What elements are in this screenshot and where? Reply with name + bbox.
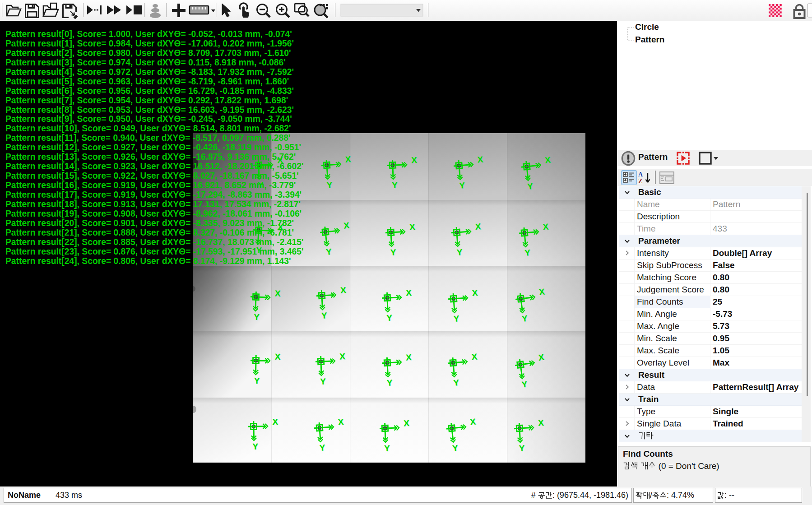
- svg-text:X: X: [475, 222, 481, 232]
- svg-text:X: X: [538, 418, 544, 428]
- svg-text:A: A: [638, 171, 643, 178]
- svg-text:X: X: [543, 222, 549, 232]
- svg-text:Y: Y: [319, 443, 325, 453]
- svg-text:Y: Y: [321, 310, 327, 320]
- svg-text:Y: Y: [254, 312, 260, 322]
- svg-text:X: X: [471, 352, 478, 361]
- svg-text:X: X: [411, 155, 418, 165]
- svg-text:Y: Y: [459, 181, 466, 190]
- svg-text:Y: Y: [325, 247, 332, 257]
- svg-text:X: X: [345, 154, 351, 164]
- svg-text:Y: Y: [392, 181, 398, 190]
- svg-text:Y: Y: [524, 248, 531, 258]
- svg-text:Y: Y: [326, 180, 333, 190]
- svg-text:Y: Y: [527, 181, 534, 191]
- svg-text:Y: Y: [320, 377, 326, 386]
- svg-text:X: X: [275, 352, 281, 361]
- svg-text:Y: Y: [386, 378, 393, 388]
- svg-text:X: X: [406, 352, 412, 362]
- svg-text:Y: Y: [252, 442, 258, 451]
- svg-text:Y: Y: [452, 443, 459, 453]
- svg-text:X: X: [406, 288, 412, 297]
- svg-text:X: X: [409, 222, 416, 232]
- svg-text:Y: Y: [519, 443, 525, 453]
- svg-text:X: X: [338, 417, 344, 427]
- svg-text:X: X: [477, 154, 484, 164]
- svg-text:X: X: [339, 352, 346, 361]
- svg-text:Y: Y: [254, 376, 260, 385]
- svg-text:X: X: [472, 288, 478, 298]
- svg-text:Y: Y: [456, 247, 463, 257]
- svg-text:Z: Z: [638, 178, 642, 185]
- svg-text:X: X: [343, 220, 350, 230]
- svg-text:Y: Y: [384, 444, 390, 453]
- svg-text:X: X: [404, 418, 410, 428]
- svg-text:X: X: [275, 288, 281, 298]
- svg-text:X: X: [272, 417, 278, 426]
- svg-text:Y: Y: [386, 313, 393, 323]
- svg-text:X: X: [469, 417, 476, 426]
- svg-text:Y: Y: [453, 378, 460, 388]
- svg-text:Y: Y: [390, 247, 396, 257]
- svg-text:X: X: [340, 285, 347, 295]
- svg-text:X: X: [544, 155, 551, 165]
- svg-text:Y: Y: [453, 314, 459, 324]
